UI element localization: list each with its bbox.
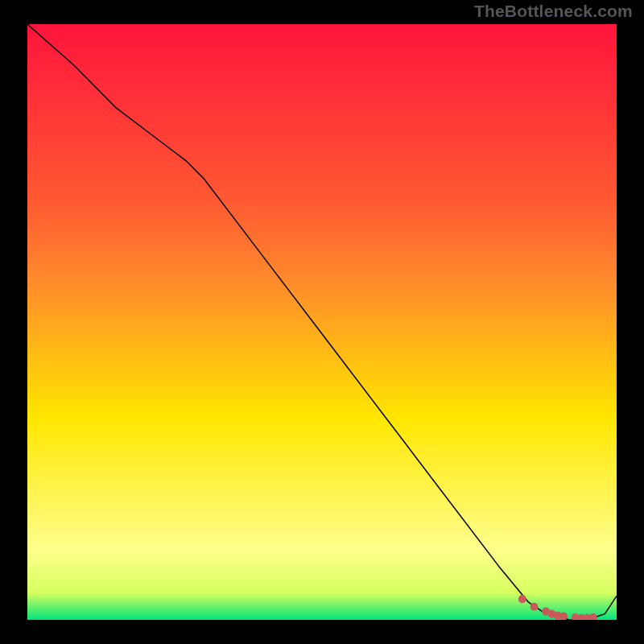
- chart-stage: TheBottleneck.com: [0, 0, 644, 644]
- marker-dot: [518, 595, 526, 603]
- marker-dot: [530, 603, 539, 611]
- gradient-background: [27, 24, 617, 620]
- plot-svg: [27, 24, 617, 620]
- watermark-text: TheBottleneck.com: [474, 2, 633, 21]
